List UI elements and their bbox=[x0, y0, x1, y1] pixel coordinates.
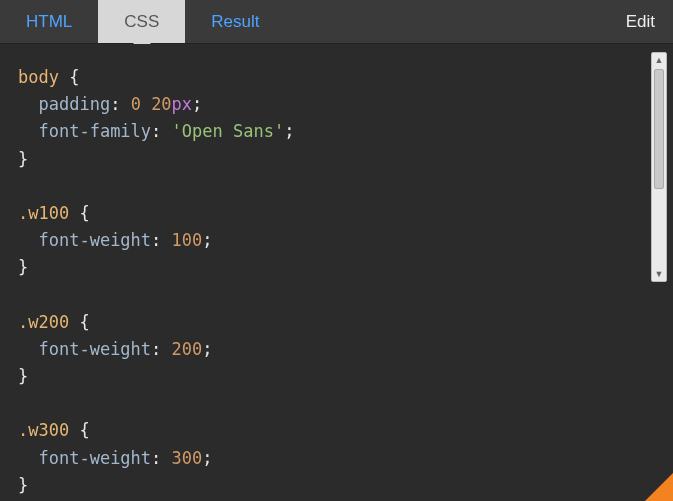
toolbar-spacer bbox=[285, 0, 607, 43]
scroll-down-arrow-icon[interactable]: ▼ bbox=[652, 267, 666, 281]
vertical-scrollbar[interactable]: ▲ ▼ bbox=[651, 52, 667, 282]
toolbar: HTML CSS Result Edit bbox=[0, 0, 673, 44]
editor-pane: body { padding: 0 20px; font-family: 'Op… bbox=[0, 44, 673, 501]
tab-result[interactable]: Result bbox=[185, 0, 285, 43]
tab-html[interactable]: HTML bbox=[0, 0, 98, 43]
edit-button[interactable]: Edit bbox=[608, 0, 673, 43]
tab-css[interactable]: CSS bbox=[98, 0, 185, 43]
corner-flag-icon bbox=[645, 473, 673, 501]
scroll-up-arrow-icon[interactable]: ▲ bbox=[652, 53, 666, 67]
code-editor[interactable]: body { padding: 0 20px; font-family: 'Op… bbox=[0, 44, 647, 501]
scrollbar-thumb[interactable] bbox=[654, 69, 664, 189]
